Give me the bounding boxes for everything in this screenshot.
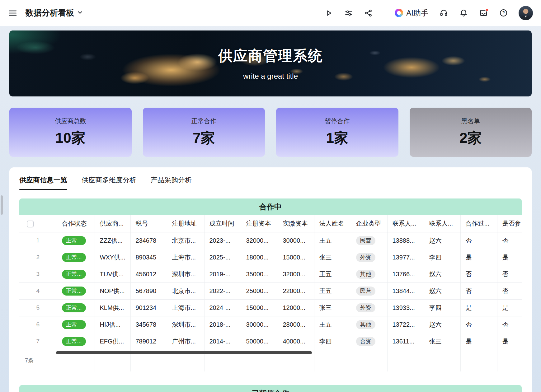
address-cell: 上海市...	[167, 299, 204, 316]
column-header: 企业类型	[351, 215, 387, 232]
row-index: 5	[19, 299, 57, 316]
registered-capital-cell: 32000...	[241, 232, 278, 249]
cooperated-cell: 是	[460, 333, 497, 350]
bell-icon[interactable]	[459, 8, 468, 18]
column-header: 注册资本	[241, 215, 278, 232]
supplier-cell: WXY供...	[95, 249, 130, 266]
supplier-cell: ZZZ供...	[95, 232, 130, 249]
footer-cell	[497, 350, 522, 371]
contact-phone-cell: 13611...	[387, 333, 424, 350]
headset-icon[interactable]	[439, 8, 448, 18]
avatar[interactable]	[519, 6, 533, 20]
tax-no-cell: 345678	[130, 316, 167, 333]
founded-cell: 2018-...	[204, 316, 241, 333]
registered-capital-cell: 25000...	[241, 282, 278, 299]
cooperated-cell: 是	[460, 249, 497, 266]
tax-no-cell: 789012	[130, 333, 167, 350]
column-header: 合作过...	[460, 215, 497, 232]
column-header: 注册地址	[167, 215, 204, 232]
table-row[interactable]: 1正常...ZZZ供...234678北京市...2023-...32000..…	[19, 232, 522, 249]
ai-assistant-button[interactable]: AI助手	[395, 8, 428, 18]
notification-dot	[485, 8, 489, 12]
run-icon[interactable]	[324, 8, 333, 18]
dashboard-title-dropdown[interactable]: 数据分析看板	[26, 7, 83, 18]
company-type-badge: 合资	[356, 337, 375, 346]
stat-label: 正常合作	[191, 117, 216, 125]
page-scrollbar[interactable]	[1, 195, 3, 215]
paid-capital-cell: 28000...	[278, 316, 314, 333]
footer-cell	[387, 350, 424, 371]
tab-procurement-analysis[interactable]: 产品采购分析	[151, 175, 192, 190]
row-index: 2	[19, 249, 57, 266]
group-header-paused: 已暂停合作	[19, 385, 522, 392]
table-cell: 民营	[351, 282, 387, 299]
founded-cell: 2019-...	[204, 266, 241, 282]
table-cell: 正常...	[57, 232, 95, 249]
column-header: 是否参	[497, 215, 522, 232]
stat-card-paused-cooperation: 暂停合作 1家	[276, 108, 398, 157]
column-header: 合作状态	[57, 215, 95, 232]
registered-capital-cell: 15000...	[241, 299, 278, 316]
column-header: 联系人...	[424, 215, 460, 232]
address-cell: 深圳市...	[167, 266, 204, 282]
tax-no-cell: 901234	[130, 299, 167, 316]
share-icon[interactable]	[364, 8, 373, 18]
legal-person-cell: 张三	[314, 299, 351, 316]
company-type-badge: 其他	[356, 320, 375, 329]
tax-no-cell: 567890	[130, 282, 167, 299]
legal-person-cell: 张三	[314, 249, 351, 266]
status-badge: 正常...	[62, 303, 86, 312]
legal-person-cell: 李四	[314, 333, 351, 350]
participates-cell: 是	[497, 249, 522, 266]
hero-banner: 供应商管理系统 write a great title	[9, 30, 532, 96]
contact-phone-cell: 13722...	[387, 316, 424, 333]
table-row[interactable]: 5正常...KLM供...901234上海市...2024-...15000..…	[19, 299, 522, 316]
table-row[interactable]: 6正常...HIJ供...345678深圳市...2018-...30000..…	[19, 316, 522, 333]
table-row[interactable]: 3正常...TUV供...456012深圳市...2019-...35000..…	[19, 266, 522, 282]
table-cell: 正常...	[57, 249, 95, 266]
status-badge: 正常...	[62, 253, 86, 262]
stat-card-total-suppliers: 供应商总数 10家	[9, 108, 132, 157]
status-badge: 正常...	[62, 337, 86, 346]
stat-label: 黑名单	[461, 117, 480, 125]
table-row[interactable]: 2正常...WXY供...890345上海市...2025-...18000..…	[19, 249, 522, 266]
stat-value: 2家	[459, 128, 482, 148]
footer-cell	[314, 350, 351, 371]
topbar-divider	[384, 8, 384, 18]
cooperated-cell: 否	[460, 316, 497, 333]
ai-logo	[395, 9, 403, 17]
tab-supplier-overview[interactable]: 供应商信息一览	[19, 175, 67, 190]
table-row[interactable]: 4正常...NOP供...567890北京市...2022-...25000..…	[19, 282, 522, 299]
legal-person-cell: 王五	[314, 232, 351, 249]
table-cell: 其他	[351, 316, 387, 333]
settings-icon[interactable]	[344, 8, 353, 18]
supplier-cell: KLM供...	[95, 299, 130, 316]
tax-no-cell: 234678	[130, 232, 167, 249]
menu-icon[interactable]	[8, 8, 17, 18]
status-badge: 正常...	[62, 320, 86, 329]
founded-cell: 2025-...	[204, 249, 241, 266]
stat-card-blacklist: 黑名单 2家	[410, 108, 532, 157]
contact-phone-cell: 13766...	[387, 266, 424, 282]
supplier-cell: HIJ供...	[95, 316, 130, 333]
table-row[interactable]: 7正常...EFG供...789012广州市...2014-...50000..…	[19, 333, 522, 350]
legal-person-cell: 王五	[314, 282, 351, 299]
stat-cards: 供应商总数 10家 正常合作 7家 暂停合作 1家 黑名单 2家	[9, 108, 532, 157]
address-cell: 深圳市...	[167, 316, 204, 333]
help-icon[interactable]: ?	[499, 8, 508, 18]
contact-name-cell: 赵六	[424, 232, 460, 249]
tab-bar: 供应商信息一览 供应商多维度分析 产品采购分析	[19, 175, 522, 190]
participates-cell: 否	[497, 232, 522, 249]
page-title: 数据分析看板	[26, 7, 74, 18]
table-cell: 外资	[351, 299, 387, 316]
table-cell: 民营	[351, 232, 387, 249]
tab-supplier-analysis[interactable]: 供应商多维度分析	[82, 175, 136, 190]
participates-cell: 是	[497, 299, 522, 316]
inbox-icon[interactable]	[479, 8, 488, 18]
hero-subtitle: write a great title	[243, 72, 298, 81]
status-badge: 正常...	[62, 236, 86, 245]
select-all-checkbox[interactable]	[27, 221, 34, 227]
table-cell: 正常...	[57, 316, 95, 333]
paid-capital-cell: 32000...	[278, 266, 314, 282]
horizontal-scrollbar[interactable]	[56, 351, 312, 354]
